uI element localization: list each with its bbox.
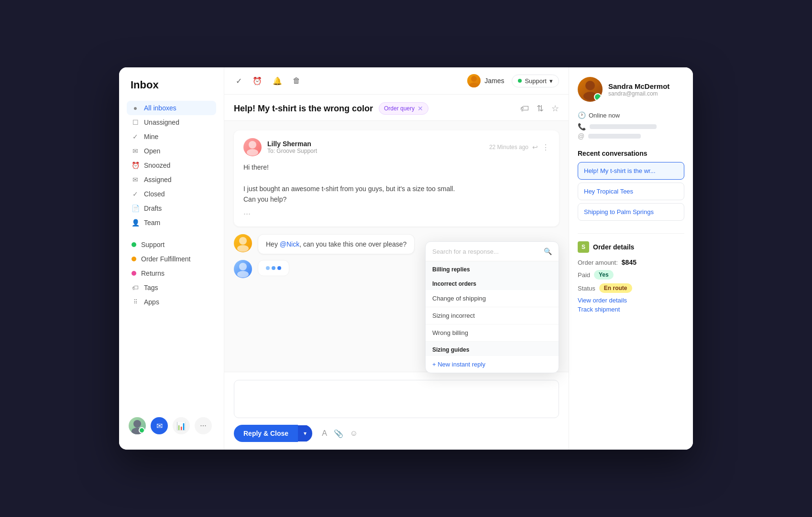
order-details-section: S Order details Order amount: $845 Paid … — [578, 233, 684, 315]
sort-icon[interactable]: ⇅ — [537, 103, 544, 114]
chevron-down-icon: ▾ — [549, 77, 553, 85]
nav-mine[interactable]: ✓ Mine — [127, 129, 216, 144]
svg-point-10 — [585, 81, 595, 90]
conversation-item-2[interactable]: Hey Tropical Tees — [578, 183, 684, 200]
section-incorrect-orders: Incorrect orders — [426, 276, 559, 290]
section-sizing-guides: Sizing guides — [426, 342, 559, 356]
recent-conversations: Recent conversations Help! My t-shirt is… — [578, 150, 684, 224]
tag-close-icon[interactable]: ✕ — [417, 105, 423, 112]
toolbar-icons: ✓ ⏰ 🔔 🗑 — [234, 75, 302, 87]
response-wrong-billing[interactable]: Wrong billing — [426, 324, 559, 342]
response-change-shipping[interactable]: Change of shipping — [426, 290, 559, 307]
more-icon[interactable]: ⋮ — [542, 143, 549, 152]
format-icon[interactable]: A — [322, 429, 327, 438]
compose-footer: Reply & Close ▾ A 📎 ☺ — [234, 425, 559, 442]
view-order-link[interactable]: View order details — [578, 297, 684, 304]
nav-label-tags: Tags — [144, 284, 158, 291]
nav-closed[interactable]: ✓ Closed — [127, 187, 216, 201]
conversation-item-1[interactable]: Help! My t-shirt is the wr... — [578, 162, 684, 180]
order-amount-row: Order amount: $845 — [578, 258, 684, 266]
attach-icon[interactable]: 📎 — [334, 429, 343, 438]
stats-button[interactable]: 📊 — [173, 417, 190, 434]
response-sizing-incorrect[interactable]: Sizing incorrect — [426, 307, 559, 324]
more-button[interactable]: ··· — [195, 417, 212, 434]
tag-badge: Order query ✕ — [379, 102, 428, 115]
teams-section: Support Order Fulfillment Returns 🏷 Tags… — [127, 237, 216, 309]
nav-drafts[interactable]: 📄 Drafts — [127, 201, 216, 215]
sidebar-title: Inbox — [127, 79, 216, 91]
nav-label-drafts: Drafts — [144, 205, 162, 212]
email-header: Help! My t-shirt is the wrong color Orde… — [224, 95, 569, 121]
nav-unassigned[interactable]: ☐ Unassigned — [127, 115, 216, 129]
support-dot — [132, 242, 136, 247]
nav-label-team: Team — [144, 219, 160, 226]
team-icon: 👤 — [132, 219, 139, 226]
paid-row: Paid Yes — [578, 270, 684, 280]
snoozed-icon: ⏰ — [132, 162, 139, 169]
nav-apps[interactable]: ⠿ Apps — [127, 295, 216, 309]
nav-label-assigned: Assigned — [144, 176, 172, 183]
nav-label-snoozed: Snoozed — [144, 162, 170, 169]
sidebar: Inbox ● All inboxes ☐ Unassigned ✓ Mine … — [119, 67, 224, 450]
nav-open[interactable]: ✉ Open — [127, 144, 216, 158]
nav-assigned[interactable]: ✉ Assigned — [127, 172, 216, 187]
conversation-item-3[interactable]: Shipping to Palm Springs — [578, 203, 684, 221]
mine-icon: ✓ — [132, 133, 139, 140]
star-icon[interactable]: ☆ — [551, 103, 559, 114]
svg-point-7 — [237, 245, 249, 252]
nav-tags[interactable]: 🏷 Tags — [127, 280, 216, 295]
reply-dropdown-button[interactable]: ▾ — [298, 425, 312, 442]
status-badge: En route — [599, 283, 632, 293]
nav-order-fulfillment[interactable]: Order Fulfillment — [127, 252, 216, 266]
paid-status: Yes — [594, 270, 614, 280]
reply-icon[interactable]: ↩ — [532, 143, 538, 151]
svg-point-3 — [469, 83, 479, 87]
message-card-lilly: Lilly Sherman To: Groove Support 22 Minu… — [234, 130, 559, 226]
order-header: S Order details — [578, 241, 684, 253]
svg-point-1 — [132, 428, 143, 434]
team-badge[interactable]: Support ▾ — [512, 75, 559, 87]
at-icon: @ — [578, 132, 584, 140]
reply-main-button[interactable]: Reply & Close — [234, 425, 298, 442]
message-body: Hi there! I just bought an awesome t-shi… — [243, 162, 549, 205]
nav-support[interactable]: Support — [127, 237, 216, 252]
phone-icon: 📞 — [578, 123, 586, 130]
compose-area: Reply & Close ▾ A 📎 ☺ 🔍 Billing replies … — [224, 372, 569, 450]
nav-label-closed: Closed — [144, 190, 165, 198]
trash-icon[interactable]: 🗑 — [291, 75, 302, 87]
right-panel: Sandra McDermot sandra@gmail.com 🕐 Onlin… — [569, 67, 693, 450]
svg-point-0 — [133, 420, 141, 428]
compose-input[interactable] — [234, 380, 559, 418]
internal-bubble-lisa: Hey @Nick, can you take this one over pl… — [258, 234, 415, 254]
response-search-input[interactable] — [432, 248, 540, 255]
nav-snoozed[interactable]: ⏰ Snoozed — [127, 158, 216, 172]
order-amount-label: Order amount: — [578, 259, 618, 266]
contact-info: Sandra McDermot sandra@gmail.com — [608, 82, 669, 97]
typing-dot-1 — [266, 266, 270, 270]
contact-name: Sandra McDermot — [608, 82, 669, 90]
mention-nick: @Nick — [280, 240, 299, 248]
svg-point-5 — [247, 149, 258, 156]
check-icon[interactable]: ✓ — [234, 75, 244, 87]
snooze-icon[interactable]: ⏰ — [251, 75, 264, 87]
message-time: 22 Minutes ago ↩ ⋮ — [489, 143, 549, 152]
order-fulfillment-dot — [132, 257, 136, 261]
status-label: Status — [578, 285, 595, 292]
new-instant-reply-button[interactable]: + New instant reply — [426, 356, 559, 373]
closed-icon: ✓ — [132, 190, 139, 198]
nav-team[interactable]: 👤 Team — [127, 215, 216, 230]
user-avatar — [129, 417, 146, 434]
track-shipment-link[interactable]: Track shipment — [578, 306, 684, 313]
nav-returns[interactable]: Returns — [127, 266, 216, 280]
label-icon[interactable]: 🏷 — [520, 104, 529, 114]
emoji-icon[interactable]: ☺ — [350, 429, 358, 438]
phone-detail: 📞 — [578, 123, 684, 130]
show-more-icon[interactable]: ··· — [243, 209, 251, 219]
man-avatar — [234, 260, 252, 278]
bell-icon[interactable]: 🔔 — [271, 75, 284, 87]
nav-all-inboxes[interactable]: ● All inboxes — [127, 101, 216, 115]
inbox-button[interactable]: ✉ — [151, 417, 168, 434]
main-content: ✓ ⏰ 🔔 🗑 James Support ▾ Help! My t-shirt… — [224, 67, 569, 450]
nav-label-all-inboxes: All inboxes — [144, 104, 176, 112]
recent-conversations-title: Recent conversations — [578, 150, 684, 157]
